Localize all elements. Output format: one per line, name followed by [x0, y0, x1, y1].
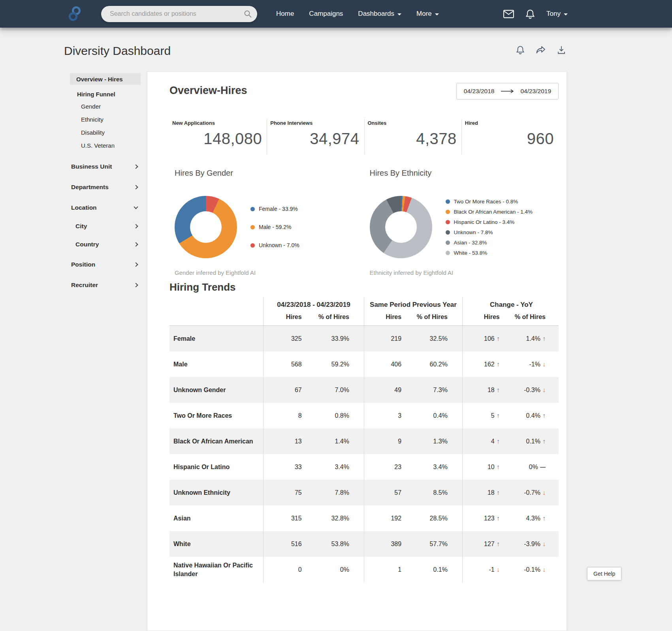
sidebar-item-hiring-funnel[interactable]: Hiring Funnel — [70, 88, 141, 100]
legend-color-dot — [446, 240, 450, 245]
sidebar-section-label: Position — [71, 261, 95, 268]
cell-group-current: 13 1.4% — [263, 428, 364, 454]
chevron-right-icon — [134, 224, 138, 228]
cell-prev-hires: 9 — [364, 438, 405, 445]
dashboard-actions — [516, 45, 565, 54]
stat-card: Hired 960 — [461, 119, 559, 154]
trend-arrow-icon — [542, 515, 546, 522]
sidebar-section-location[interactable]: Location — [70, 202, 141, 214]
legend-item: Male - 59.2% — [250, 224, 299, 230]
search-input[interactable] — [110, 10, 244, 17]
cell-change-pct: -1% — [504, 361, 560, 368]
ethnicity-legend: Two Or More Races - 0.8% Black Or Africa… — [446, 199, 533, 256]
nav-right-cluster: Tony — [503, 9, 568, 19]
stat-value: 34,974 — [270, 129, 359, 148]
legend-item: Two Or More Races - 0.8% — [446, 199, 533, 205]
trend-arrow-icon — [540, 464, 546, 471]
cell-group-current: 325 33.9% — [263, 326, 364, 351]
legend-color-dot — [446, 199, 450, 204]
table-row: Unknown Ethnicity 75 7.8% 57 8.5% 18 — [169, 480, 559, 505]
chevron-down-icon — [435, 13, 439, 15]
chevron-down-icon — [134, 205, 138, 209]
stats-row: New Applications 148,080 Phone Interview… — [169, 119, 559, 154]
trend-arrow-icon — [542, 489, 546, 496]
nav-item-more[interactable]: More — [416, 10, 439, 18]
row-label: Native Hawaiian Or Pacific Islander — [169, 561, 263, 578]
cell-prev-hires: 219 — [364, 335, 405, 342]
sidebar-item-label: Disability — [81, 129, 105, 136]
download-button[interactable] — [557, 46, 565, 54]
chevron-right-icon — [134, 283, 138, 287]
chevron-right-icon — [134, 262, 138, 267]
cell-prev-hires: 23 — [364, 464, 405, 471]
cell-prev-pct-of-hires: 1.3% — [405, 438, 462, 445]
nav-item-dashboards[interactable]: Dashboards — [358, 10, 401, 18]
date-from: 04/23/2018 — [464, 88, 495, 95]
hires-by-gender-chart: Hires By Gender Female - 33.9% — [169, 168, 364, 276]
row-label: White — [169, 540, 263, 548]
trend-arrow-icon — [542, 566, 546, 573]
gender-legend: Female - 33.9% Male - 59.2% Unknown - 7.… — [250, 206, 299, 248]
sidebar-item-us-veteran[interactable]: U.S. Veteran — [70, 139, 141, 152]
cell-hires: 516 — [264, 541, 306, 548]
trend-arrow-icon — [542, 541, 546, 548]
cell-change-pct: -3.9% — [504, 541, 560, 548]
legend-label: Unknown - 7.0% — [259, 242, 299, 248]
legend-item: Unknown - 7.0% — [250, 242, 299, 248]
sidebar-section-business-unit[interactable]: Business Unit — [70, 161, 141, 173]
sidebar-section-city[interactable]: City — [70, 221, 141, 232]
change-value: -0.1% — [524, 566, 540, 573]
column-header-pct-of-hires: % of Hires — [306, 314, 364, 321]
cell-change-hires: 162 — [463, 361, 504, 368]
sidebar-section-departments[interactable]: Departments — [70, 181, 141, 193]
cell-group-current: 516 53.8% — [263, 531, 364, 557]
share-button[interactable] — [536, 46, 546, 54]
bell-icon — [516, 45, 524, 54]
change-value: 18 — [488, 387, 495, 393]
sidebar-item-ethnicity[interactable]: Ethnicity — [70, 113, 141, 126]
row-label: Asian — [169, 514, 263, 523]
sidebar-section-label: Location — [71, 204, 97, 211]
change-value: 0% — [529, 464, 538, 470]
trend-arrow-icon — [497, 489, 500, 496]
cell-change-pct: -0.1% — [504, 566, 560, 573]
cell-group-previous: 23 3.4% — [364, 454, 462, 480]
sidebar-item-disability[interactable]: Disability — [70, 126, 141, 139]
sidebar-item-overview-hires[interactable]: Overview - Hires — [70, 73, 141, 85]
nav-item-campaigns[interactable]: Campaigns — [309, 10, 343, 18]
column-header-hires: Hires — [264, 314, 306, 321]
cell-hires: 67 — [264, 387, 306, 394]
cell-group-change: 5 0.4% — [462, 403, 560, 428]
subscribe-bell-button[interactable] — [516, 45, 524, 54]
cell-change-hires: 123 — [463, 515, 504, 522]
trend-arrow-icon — [497, 515, 500, 522]
user-menu[interactable]: Tony — [546, 10, 568, 18]
cell-prev-pct-of-hires: 32.5% — [405, 335, 462, 342]
cell-group-change: 18 -0.3% — [462, 377, 560, 403]
get-help-button[interactable]: Get Help — [587, 567, 621, 580]
eightfold-logo[interactable] — [66, 6, 83, 22]
sidebar-item-gender[interactable]: Gender — [70, 100, 141, 113]
cell-change-pct: -0.7% — [504, 489, 560, 496]
chart-title: Hires By Gender — [175, 168, 364, 178]
sidebar-item-label: Gender — [81, 103, 101, 110]
sidebar-section-country[interactable]: Country — [70, 239, 141, 250]
cell-group-previous: 9 1.3% — [364, 428, 462, 454]
sidebar-section-position[interactable]: Position — [70, 259, 141, 270]
date-range-picker[interactable]: 04/23/2018 04/23/2019 — [456, 83, 559, 100]
notifications-button[interactable] — [526, 9, 535, 19]
legend-color-dot — [250, 225, 255, 229]
legend-item: Asian - 32.8% — [446, 240, 533, 246]
messages-button[interactable] — [503, 10, 514, 18]
cell-group-change: 127 -3.9% — [462, 531, 560, 557]
stat-value: 960 — [465, 129, 554, 148]
sidebar-section-recruiter[interactable]: Recruiter — [70, 279, 141, 291]
cell-group-previous: 49 7.3% — [364, 377, 462, 403]
cell-hires: 33 — [264, 464, 306, 471]
chevron-down-icon — [397, 13, 401, 15]
cell-change-pct: 0.4% — [504, 412, 560, 419]
cell-hires: 13 — [264, 438, 306, 445]
nav-item-home[interactable]: Home — [276, 10, 294, 18]
search-icon[interactable] — [244, 10, 252, 18]
cell-prev-pct-of-hires: 3.4% — [405, 464, 462, 471]
